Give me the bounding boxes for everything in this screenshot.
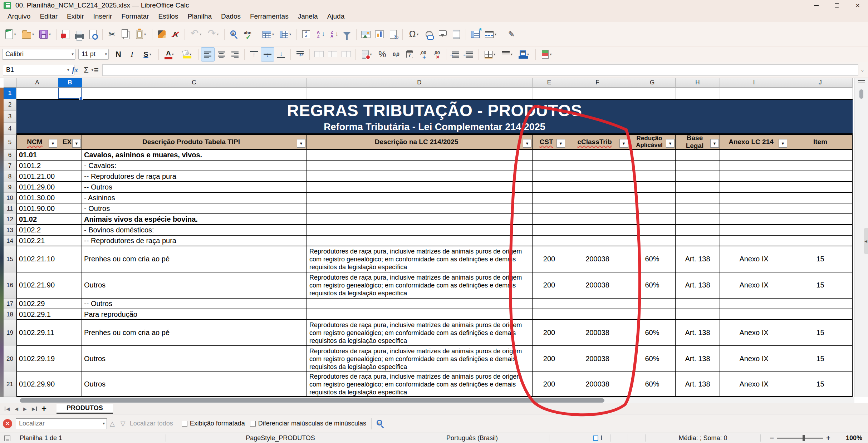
cell-H7[interactable] bbox=[676, 161, 720, 171]
horizontal-scrollbar-thumb[interactable] bbox=[20, 398, 604, 403]
find-input-combo[interactable]: ▾ bbox=[16, 418, 107, 429]
row-header-6[interactable]: 6 bbox=[4, 150, 16, 161]
cell-F18[interactable] bbox=[566, 309, 629, 320]
cell-A8[interactable]: 0101.21.00 bbox=[16, 171, 58, 182]
cell-A9[interactable]: 0101.29.00 bbox=[16, 182, 58, 193]
cell-G7[interactable] bbox=[629, 161, 676, 171]
first-sheet-button[interactable]: ◀ bbox=[4, 404, 12, 413]
cell-I16[interactable]: Anexo IX bbox=[720, 272, 788, 299]
menu-item[interactable]: Janela bbox=[293, 11, 323, 22]
row-header-2[interactable]: 2 bbox=[4, 99, 16, 111]
cell-H17[interactable] bbox=[676, 299, 720, 309]
cell-G9[interactable] bbox=[629, 182, 676, 193]
cell-J7[interactable] bbox=[788, 161, 853, 171]
row-header-14[interactable]: 14 bbox=[4, 236, 16, 246]
menu-item[interactable]: Exibir bbox=[62, 11, 89, 22]
cell-E12[interactable] bbox=[533, 214, 566, 225]
sheet-tab-produtos[interactable]: PRODUTOS bbox=[57, 404, 113, 414]
equals-icon[interactable]: = bbox=[94, 65, 99, 75]
cell-I19[interactable]: Anexo IX bbox=[720, 320, 788, 346]
cell-D11[interactable] bbox=[307, 203, 533, 214]
row-header-20[interactable]: 20 bbox=[4, 346, 16, 372]
cell-E10[interactable] bbox=[533, 193, 566, 203]
cell-E16[interactable]: 200 bbox=[533, 272, 566, 299]
menu-item[interactable]: Planilha bbox=[183, 11, 216, 22]
cell-G12[interactable] bbox=[629, 214, 676, 225]
column-header-H[interactable]: H bbox=[676, 78, 720, 88]
cell-F16[interactable]: 200038 bbox=[566, 272, 629, 299]
clone-formatting-button[interactable]: ▾ bbox=[155, 27, 168, 41]
menu-item[interactable]: Editar bbox=[35, 11, 62, 22]
maximize-button[interactable] bbox=[827, 0, 847, 11]
column-header-B[interactable]: B bbox=[58, 78, 82, 88]
cell-F14[interactable] bbox=[566, 236, 629, 246]
cell-I7[interactable] bbox=[720, 161, 788, 171]
column-header-C[interactable]: C bbox=[82, 78, 307, 88]
vertical-scrollbar-thumb[interactable] bbox=[859, 89, 863, 99]
font-name-combo[interactable]: Calibri ▾ bbox=[2, 49, 75, 60]
selection-mode-indicator[interactable]: I bbox=[585, 434, 610, 442]
format-percent-button[interactable]: % ▾ bbox=[376, 47, 389, 61]
cell-B7[interactable] bbox=[58, 161, 82, 171]
cell-G1[interactable] bbox=[629, 88, 676, 99]
column-header-A[interactable]: A bbox=[16, 78, 58, 88]
cell-H15[interactable]: Art. 138 bbox=[676, 246, 720, 272]
row-header-17[interactable]: 17 bbox=[4, 299, 16, 309]
undo-button[interactable]: ↶ ▾ bbox=[187, 27, 205, 41]
cell-I15[interactable]: Anexo IX bbox=[720, 246, 788, 272]
cell-F1[interactable] bbox=[566, 88, 629, 99]
row-header-8[interactable]: 8 bbox=[4, 171, 16, 182]
cell-E9[interactable] bbox=[533, 182, 566, 193]
autofilter-dropdown-descri-o-produto-tabela-tipi[interactable]: ▼ bbox=[297, 139, 305, 148]
cell-I13[interactable] bbox=[720, 225, 788, 236]
zoom-track[interactable] bbox=[777, 438, 823, 439]
conditional-formatting-button[interactable]: ▾ bbox=[538, 47, 555, 61]
border-color-button[interactable]: ▾ bbox=[516, 47, 533, 61]
cell-I18[interactable] bbox=[720, 309, 788, 320]
freeze-rows-columns-button[interactable]: ▾ bbox=[469, 27, 482, 41]
previous-sheet-button[interactable]: ◀ bbox=[12, 404, 21, 413]
cell-C9[interactable]: -- Outros bbox=[82, 182, 307, 193]
cell-J16[interactable]: 15 bbox=[788, 272, 853, 299]
cell-D8[interactable] bbox=[307, 171, 533, 182]
cell-H14[interactable] bbox=[676, 236, 720, 246]
center-vertically-button[interactable]: ↕ ▾ bbox=[261, 47, 274, 61]
insert-image-button[interactable]: ▾ bbox=[359, 27, 373, 41]
cell-I11[interactable] bbox=[720, 203, 788, 214]
table-header-item[interactable]: Item bbox=[788, 135, 853, 150]
find-previous-icon[interactable]: △ bbox=[110, 420, 115, 428]
cell-D13[interactable] bbox=[307, 225, 533, 236]
menu-item[interactable]: Ajuda bbox=[323, 11, 349, 22]
cell-I1[interactable] bbox=[720, 88, 788, 99]
language-status[interactable]: Português (Brasil) bbox=[395, 434, 549, 442]
cell-H12[interactable] bbox=[676, 214, 720, 225]
cell-G17[interactable] bbox=[629, 299, 676, 309]
find-all-button[interactable]: Localizar todos bbox=[130, 420, 173, 427]
cell-F9[interactable] bbox=[566, 182, 629, 193]
borders-button[interactable]: ▾ bbox=[481, 47, 499, 61]
cell-D18[interactable] bbox=[307, 309, 533, 320]
cell-C1[interactable] bbox=[82, 88, 307, 99]
cell-C12[interactable]: Animais vivos da espécie bovina. bbox=[82, 214, 307, 225]
cut-button[interactable]: ✂ ▾ bbox=[105, 27, 119, 41]
cell-H20[interactable]: Art. 138 bbox=[676, 346, 720, 372]
cell-C10[interactable]: - Asininos bbox=[82, 193, 307, 203]
row-header-9[interactable]: 9 bbox=[4, 182, 16, 193]
cell-D9[interactable] bbox=[307, 182, 533, 193]
autofilter-dropdown-base-legal[interactable]: ▼ bbox=[710, 139, 719, 148]
cell-J15[interactable]: 15 bbox=[788, 246, 853, 272]
cell-H10[interactable] bbox=[676, 193, 720, 203]
export-pdf-button[interactable]: ▾ bbox=[59, 27, 73, 41]
cell-G6[interactable] bbox=[629, 150, 676, 161]
row-header-18[interactable]: 18 bbox=[4, 309, 16, 320]
insert-columns-button[interactable]: ▾ bbox=[277, 27, 294, 41]
headers-footers-button[interactable]: ▾ bbox=[450, 27, 463, 41]
cell-I20[interactable]: Anexo IX bbox=[720, 346, 788, 372]
cell-J11[interactable] bbox=[788, 203, 853, 214]
cell-I14[interactable] bbox=[720, 236, 788, 246]
cell-G18[interactable] bbox=[629, 309, 676, 320]
cell-C7[interactable]: - Cavalos: bbox=[82, 161, 307, 171]
cell-H1[interactable] bbox=[676, 88, 720, 99]
split-handle[interactable] bbox=[858, 80, 865, 83]
cell-A16[interactable]: 0102.21.90 bbox=[16, 272, 58, 299]
